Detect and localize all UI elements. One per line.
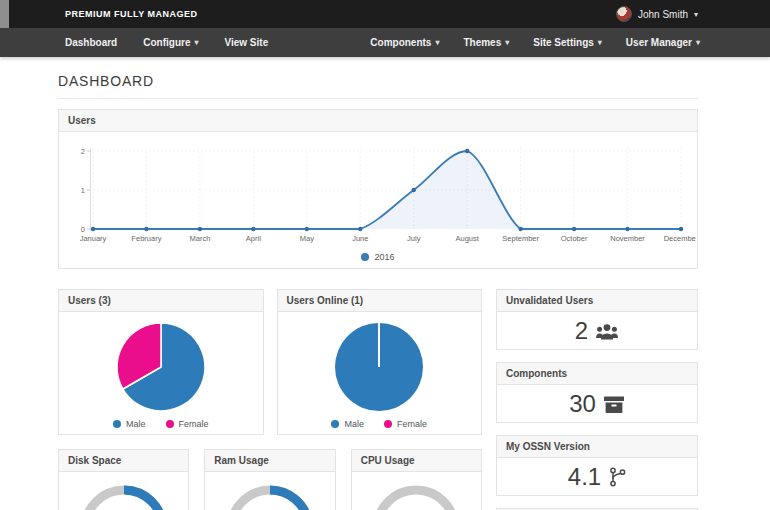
chevron-down-icon: ▾ <box>194 38 198 47</box>
svg-text:December: December <box>664 234 696 243</box>
users-chart-panel: Users 012JanuaryFebruaryMarchAprilMayJun… <box>58 109 698 269</box>
nav-item-configure[interactable]: Configure▾ <box>143 37 198 48</box>
archive-icon <box>603 394 625 414</box>
components-title: Components <box>497 363 697 385</box>
unvalidated-users-count: 2 <box>575 317 588 345</box>
ram-usage-gauge <box>222 481 318 510</box>
svg-text:October: October <box>561 234 588 243</box>
main-nav: Dashboard Configure▾ View Site Component… <box>0 28 770 57</box>
right-column: Unvalidated Users 2 Compon <box>496 289 698 510</box>
ram-usage-title: Ram Usage <box>205 450 334 472</box>
nav-item-components[interactable]: Components▾ <box>370 37 439 48</box>
svg-text:August: August <box>456 234 480 243</box>
chevron-down-icon: ▾ <box>435 38 439 47</box>
code-branch-icon <box>608 466 626 488</box>
user-menu[interactable]: John Smith ▾ <box>616 6 698 22</box>
svg-text:June: June <box>352 234 368 243</box>
chevron-down-icon: ▾ <box>694 10 698 19</box>
svg-text:November: November <box>610 234 645 243</box>
unvalidated-users-panel: Unvalidated Users 2 <box>496 289 698 350</box>
svg-text:September: September <box>502 234 539 243</box>
disk-space-panel: Disk Space <box>58 449 189 510</box>
disk-space-gauge <box>76 481 172 510</box>
svg-text:January: January <box>80 234 107 243</box>
user-avatar <box>616 6 632 22</box>
pie-legend: Male Female <box>113 419 209 429</box>
line-chart-svg: 012JanuaryFebruaryMarchAprilMayJuneJulyA… <box>59 134 696 246</box>
line-chart-legend[interactable]: 2016 <box>59 250 697 268</box>
users-pie-title: Users (3) <box>59 290 263 312</box>
users-online-pie-chart <box>333 321 425 413</box>
svg-text:1: 1 <box>81 186 85 195</box>
cpu-usage-panel: CPU Usage <box>351 449 482 510</box>
nav-item-user-manager[interactable]: User Manager▾ <box>626 37 700 48</box>
svg-text:2: 2 <box>81 147 85 156</box>
nav-item-view-site[interactable]: View Site <box>224 37 268 48</box>
nav-item-dashboard[interactable]: Dashboard <box>65 37 117 48</box>
users-online-pie-panel: Users Online (1) Male Female <box>277 289 483 435</box>
svg-text:February: February <box>131 234 161 243</box>
svg-text:March: March <box>189 234 210 243</box>
chevron-down-icon: ▾ <box>505 38 509 47</box>
unvalidated-users-title: Unvalidated Users <box>497 290 697 312</box>
svg-text:April: April <box>246 234 261 243</box>
cpu-usage-gauge <box>368 481 464 510</box>
users-online-pie-title: Users Online (1) <box>278 290 482 312</box>
components-count: 30 <box>569 390 596 418</box>
chevron-down-icon: ▾ <box>696 38 700 47</box>
brand-title: PREMIUM FULLY MANAGED <box>65 9 198 19</box>
svg-text:0: 0 <box>81 225 85 234</box>
ossn-version-panel: My OSSN Version 4.1 <box>496 435 698 496</box>
legend-female[interactable]: Female <box>384 419 427 429</box>
users-line-chart: 012JanuaryFebruaryMarchAprilMayJuneJulyA… <box>59 132 697 268</box>
legend-dot <box>361 253 369 261</box>
ossn-version-title: My OSSN Version <box>497 436 697 458</box>
nav-item-themes[interactable]: Themes▾ <box>463 37 509 48</box>
ram-usage-panel: Ram Usage <box>204 449 335 510</box>
components-panel: Components 30 <box>496 362 698 423</box>
page-content: DASHBOARD Users 012JanuaryFebruaryMarchA… <box>0 73 698 510</box>
svg-text:May: May <box>300 234 314 243</box>
ossn-version-number: 4.1 <box>568 463 601 491</box>
users-chart-title: Users <box>59 110 697 132</box>
legend-male[interactable]: Male <box>113 419 146 429</box>
legend-female[interactable]: Female <box>166 419 209 429</box>
legend-male[interactable]: Male <box>331 419 364 429</box>
legend-year: 2016 <box>374 252 394 262</box>
user-name: John Smith <box>638 9 688 20</box>
svg-text:July: July <box>407 234 421 243</box>
top-bar: PREMIUM FULLY MANAGED John Smith ▾ <box>0 0 770 28</box>
title-divider <box>58 98 698 99</box>
users-icon <box>595 321 619 341</box>
page-title: DASHBOARD <box>58 73 698 89</box>
users-pie-chart <box>115 321 207 413</box>
pie-legend: Male Female <box>331 419 427 429</box>
chevron-down-icon: ▾ <box>598 38 602 47</box>
users-pie-panel: Users (3) Male Female <box>58 289 264 435</box>
nav-item-site-settings[interactable]: Site Settings▾ <box>533 37 602 48</box>
cpu-usage-title: CPU Usage <box>352 450 481 472</box>
page-edge-strip <box>0 0 9 28</box>
left-column: Users (3) Male Female Users Online (1) <box>58 289 482 510</box>
disk-space-title: Disk Space <box>59 450 188 472</box>
